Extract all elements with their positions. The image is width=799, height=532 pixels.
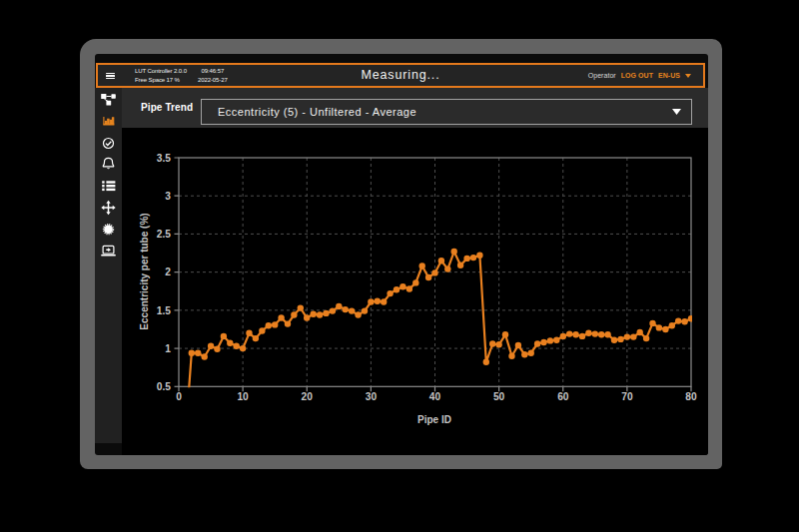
svg-text:1: 1 bbox=[165, 343, 171, 354]
svg-text:Pipe ID: Pipe ID bbox=[417, 414, 451, 425]
svg-text:1.5: 1.5 bbox=[157, 305, 171, 316]
svg-text:70: 70 bbox=[621, 391, 633, 402]
svg-text:0.5: 0.5 bbox=[157, 381, 171, 392]
svg-text:0: 0 bbox=[176, 391, 182, 402]
svg-text:2: 2 bbox=[165, 266, 171, 277]
svg-text:2.5: 2.5 bbox=[157, 229, 171, 240]
svg-text:40: 40 bbox=[429, 391, 441, 402]
svg-text:Eccentricity per tube (%): Eccentricity per tube (%) bbox=[139, 213, 150, 329]
svg-text:10: 10 bbox=[237, 391, 249, 402]
svg-text:60: 60 bbox=[557, 391, 569, 402]
svg-text:80: 80 bbox=[685, 391, 697, 402]
svg-text:20: 20 bbox=[302, 391, 314, 402]
svg-text:30: 30 bbox=[366, 391, 378, 402]
svg-text:3: 3 bbox=[165, 191, 171, 202]
svg-text:3.5: 3.5 bbox=[157, 153, 171, 164]
svg-text:50: 50 bbox=[493, 391, 505, 402]
